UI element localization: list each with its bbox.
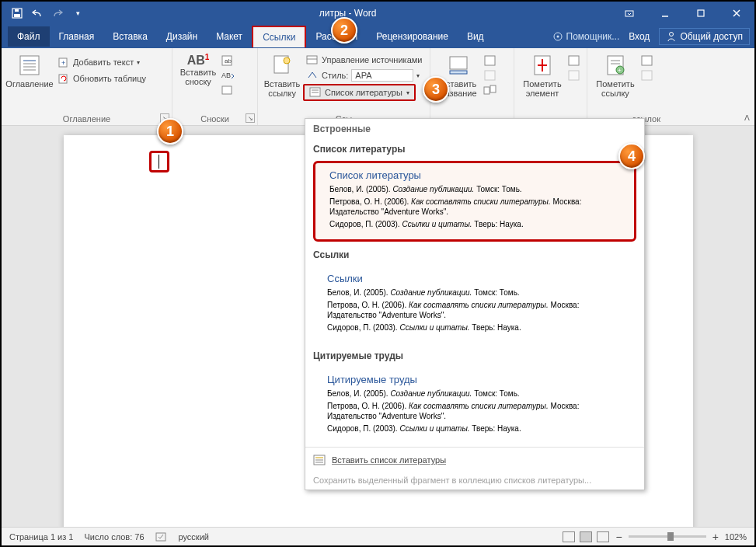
qat-customize-icon[interactable]: ▾ [71,7,84,19]
bibliography-button[interactable]: Список литературы▾ [303,84,416,101]
tab-insert[interactable]: Вставка [103,26,157,47]
style-selector[interactable]: Стиль:APA▾ [303,68,425,83]
share-button[interactable]: Общий доступ [659,28,750,45]
gallery-section-header: Цитируемые труды [305,346,644,364]
svg-text:+: + [61,59,65,67]
update-tof-icon[interactable] [483,69,497,82]
bibliography-entry: Петрова, О. Н. (2006). Как составлять сп… [329,197,620,217]
cross-reference-icon[interactable] [483,84,497,96]
update-index-icon[interactable] [567,69,581,82]
tab-review[interactable]: Рецензирование [367,26,458,47]
tell-me[interactable]: Помощник... [552,31,620,42]
svg-rect-1 [14,14,20,17]
tab-file[interactable]: Файл [8,26,50,47]
word-count[interactable]: Число слов: 76 [84,532,144,542]
svg-rect-35 [490,85,496,92]
zoom-slider[interactable] [629,535,706,538]
manage-sources-button[interactable]: Управление источниками [303,53,425,67]
toc-button[interactable]: Оглавление [6,51,53,90]
step-marker-2: 2 [331,17,357,44]
read-mode-icon[interactable] [563,531,575,542]
insert-bibliography-item[interactable]: Вставить список литературы [305,449,644,471]
insert-index-icon[interactable] [567,54,581,67]
step-marker-4: 4 [618,143,645,169]
undo-icon[interactable] [31,7,44,19]
tab-view[interactable]: Вид [458,26,493,47]
gallery-item[interactable]: Цитируемые трудыБелов, И. (2005). Создан… [313,368,636,444]
svg-rect-11 [20,56,39,75]
maximize-icon[interactable] [683,2,719,25]
zoom-out-icon[interactable]: − [615,531,622,543]
tab-design[interactable]: Дизайн [157,26,207,47]
mark-entry-button[interactable]: Пометить элемент [519,51,566,99]
insert-tof-icon[interactable] [483,54,497,67]
svg-rect-40 [569,71,579,80]
ribbon-tabs: Файл Главная Вставка Дизайн Макет Ссылки… [2,25,754,48]
svg-rect-2 [15,9,19,12]
add-text-button[interactable]: +Добавить текст▾ [54,54,149,70]
page-indicator[interactable]: Страница 1 из 1 [9,532,73,542]
gallery-item-title: Список литературы [329,169,620,181]
language-indicator[interactable]: русский [179,532,209,542]
bibliography-entry: Сидоров, П. (2003). Ссылки и цитаты. Тве… [329,219,620,229]
svg-rect-31 [450,71,467,74]
close-icon[interactable] [719,2,754,25]
svg-point-10 [670,33,674,37]
bibliography-gallery: Встроенные Список литературыСписок литер… [305,118,645,490]
text-cursor-marker [149,151,169,172]
dialog-launcher-icon[interactable]: ↘ [246,113,255,123]
svg-rect-22 [222,86,232,94]
title-bar: ▾ литры - Word [2,2,754,25]
bibliography-entry: Петрова, О. Н. (2006). Как составлять сп… [327,300,622,320]
tab-layout[interactable]: Макет [207,26,252,47]
group-label-footnotes: Сноски [172,114,257,124]
tab-references[interactable]: Ссылки [252,26,306,47]
gallery-item[interactable]: Список литературыБелов, И. (2005). Созда… [313,161,636,242]
next-footnote-icon[interactable]: AB [221,69,235,82]
svg-text:ab: ab [225,57,232,64]
insert-endnote-icon[interactable]: ab [221,54,235,67]
gallery-section-header: Список литературы [305,139,644,158]
svg-rect-30 [450,57,467,69]
svg-text:AB: AB [221,71,231,79]
zoom-in-icon[interactable]: + [712,531,719,543]
bibliography-entry: Сидоров, П. (2003). Ссылки и цитаты. Тве… [327,322,622,333]
mark-citation-button[interactable]: + Пометить ссылку [592,51,639,99]
insert-footnote-button[interactable]: AB1 Вставить сноску [177,51,219,88]
svg-rect-44 [642,56,652,65]
ribbon: Оглавление +Добавить текст▾ Обновить таб… [2,48,754,126]
gallery-item-title: Ссылки [327,273,622,284]
collapse-ribbon-icon[interactable]: ᐱ [744,113,750,122]
web-layout-icon[interactable] [597,531,609,542]
bibliography-entry: Сидоров, П. (2003). Ссылки и цитаты. Тве… [327,423,622,434]
print-layout-icon[interactable] [580,531,592,542]
svg-rect-33 [485,71,495,80]
gallery-item[interactable]: СсылкиБелов, И. (2005). Создание публика… [313,267,636,343]
bibliography-entry: Белов, И. (2005). Создание публикации. Т… [329,184,620,194]
svg-rect-5 [698,10,704,16]
insert-citation-button[interactable]: Вставить ссылку [263,51,301,99]
gallery-section-header: Ссылки [305,245,644,263]
ribbon-options-icon[interactable] [611,2,647,25]
bibliography-entry: Белов, И. (2005). Создание публикации. Т… [327,388,622,399]
save-icon[interactable] [11,7,23,19]
svg-rect-39 [569,56,579,65]
insert-toa-icon[interactable] [640,54,654,67]
update-toa-icon[interactable] [640,69,654,82]
bibliography-entry: Белов, И. (2005). Создание публикации. Т… [327,287,622,298]
svg-point-24 [284,57,290,64]
sign-in[interactable]: Вход [622,26,656,47]
show-notes-icon[interactable] [221,84,235,96]
proofing-icon[interactable] [155,531,168,542]
minimize-icon[interactable] [647,2,683,25]
update-table-button[interactable]: Обновить таблицу [54,71,149,86]
svg-rect-34 [484,87,489,94]
redo-icon[interactable] [51,7,64,19]
tab-home[interactable]: Главная [50,26,104,47]
zoom-level[interactable]: 102% [725,532,747,542]
save-selection-item: Сохранить выделенный фрагмент в коллекци… [305,471,644,490]
svg-rect-32 [485,56,495,65]
bibliography-entry: Петрова, О. Н. (2006). Как составлять сп… [327,401,622,421]
gallery-builtin-header: Встроенные [305,119,644,139]
step-marker-1: 1 [157,118,183,145]
